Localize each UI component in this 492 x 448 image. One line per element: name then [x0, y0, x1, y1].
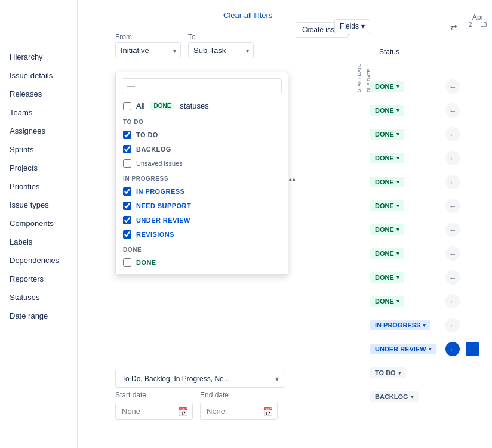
checkbox-needsupport[interactable] — [123, 202, 131, 210]
checkbox-backlog[interactable] — [123, 145, 131, 153]
arrow-cell-11: ← — [445, 337, 460, 361]
sidebar-item-projects[interactable]: Projects — [0, 159, 77, 177]
sidebar-item-dependencies[interactable]: Dependencies — [0, 251, 77, 270]
sidebar-item-issue-details[interactable]: Issue details — [0, 66, 77, 85]
sidebar-item-statuses[interactable]: Statuses — [0, 288, 77, 307]
arrow-cell-10: ← — [445, 313, 460, 337]
status-badge-12[interactable]: TO DO ▾ — [370, 367, 406, 378]
sidebar-item-hierarchy[interactable]: Hierarchy — [0, 48, 77, 66]
to-label: To — [188, 33, 254, 41]
from-label: From — [115, 33, 181, 41]
status-badge-4[interactable]: DONE ▾ — [370, 177, 404, 187]
status-row-done: DONE — [116, 255, 288, 270]
status-cell-2: DONE ▾ — [370, 122, 436, 146]
apr-dates: 213 — [469, 21, 487, 28]
arrow-button-4[interactable]: ← — [445, 175, 460, 189]
status-cell-5: DONE ▾ — [370, 194, 436, 218]
status-badge-13[interactable]: BACKLOG ▾ — [370, 391, 419, 402]
arrow-button-2[interactable]: ← — [445, 127, 460, 141]
arrow-button-9[interactable]: ← — [445, 294, 460, 308]
fields-label: Fields — [340, 22, 359, 30]
from-select[interactable]: Initiative — [115, 42, 181, 58]
status-cell-4: DONE ▾ — [370, 170, 436, 194]
label-done: DONE — [136, 259, 156, 266]
arrow-button-1[interactable]: ← — [445, 103, 460, 118]
status-badge-1[interactable]: DONE ▾ — [370, 105, 404, 116]
clear-all-filters-link[interactable]: Clear all filters — [223, 11, 272, 20]
collapse-icon[interactable]: ⇄ — [450, 23, 457, 32]
chevron-down-icon-fields: ▾ — [361, 22, 365, 30]
arrow-button-6[interactable]: ← — [445, 223, 460, 237]
badge-chevron-10: ▾ — [423, 322, 426, 328]
badge-chevron-0: ▾ — [396, 84, 399, 89]
calendar-icon-start: 📅 — [178, 407, 188, 416]
checkbox-inprogress[interactable] — [123, 187, 131, 196]
status-cell-10: IN PROGRESS ▾ — [370, 313, 436, 337]
end-date-input-wrap: 📅 — [200, 403, 278, 420]
arrow-cell-6: ← — [445, 218, 460, 242]
fields-button[interactable]: Fields ▾ — [334, 19, 370, 33]
blue-square-indicator — [466, 342, 479, 356]
sidebar-item-releases[interactable]: Releases — [0, 85, 77, 103]
all-label: All — [136, 101, 144, 110]
status-badge-7[interactable]: DONE ▾ — [370, 248, 404, 259]
status-row-inprogress: IN PROGRESS — [116, 184, 288, 199]
sidebar-item-sprints[interactable]: Sprints — [0, 140, 77, 159]
arrow-button-8[interactable]: ← — [445, 270, 460, 285]
arrow-button-11[interactable]: ← — [445, 342, 460, 356]
sidebar-item-priorities[interactable]: Priorities — [0, 177, 77, 196]
from-filter-group: From Initiative — [115, 33, 181, 58]
checkbox-done[interactable] — [123, 258, 131, 267]
arrow-button-5[interactable]: ← — [445, 199, 460, 213]
checkbox-unsaved[interactable] — [123, 159, 131, 168]
arrow-button-3[interactable]: ← — [445, 151, 460, 165]
status-badge-9[interactable]: DONE ▾ — [370, 296, 404, 307]
status-badge-6[interactable]: DONE ▾ — [370, 224, 404, 235]
status-badge-11[interactable]: UNDER REVIEW ▾ — [370, 344, 436, 354]
status-filter-button[interactable]: To Do, Backlog, In Progress, Ne... ▾ — [115, 370, 285, 388]
status-cell-3: DONE ▾ — [370, 146, 436, 170]
chevron-down-icon: ▾ — [275, 375, 279, 383]
sidebar-item-teams[interactable]: Teams — [0, 103, 77, 122]
to-select-wrapper[interactable]: Sub-Task — [188, 42, 254, 58]
to-filter-group: To Sub-Task — [188, 33, 254, 58]
arrow-button-10[interactable]: ← — [445, 318, 460, 332]
sidebar-item-date-range[interactable]: Date range — [0, 307, 77, 325]
sidebar-item-reporters[interactable]: Reporters — [0, 270, 77, 288]
status-cell-12: TO DO ▾ — [370, 361, 436, 385]
arrow-cell-2: ← — [445, 122, 460, 146]
badge-chevron-2: ▾ — [396, 131, 399, 137]
all-statuses-checkbox[interactable] — [123, 102, 131, 110]
badge-chevron-9: ▾ — [396, 298, 399, 304]
label-inprogress: IN PROGRESS — [136, 188, 184, 195]
sidebar-item-components[interactable]: Components — [0, 214, 77, 233]
status-cell-1: DONE ▾ — [370, 98, 436, 122]
sidebar-item-assignees[interactable]: Assignees — [0, 122, 77, 140]
checkbox-todo[interactable] — [123, 131, 131, 139]
badge-chevron-6: ▾ — [396, 227, 399, 233]
arrow-button-7[interactable]: ← — [445, 246, 460, 261]
status-row-revisions: REVISIONS — [116, 227, 288, 242]
status-badge-10[interactable]: IN PROGRESS ▾ — [370, 320, 430, 330]
badge-chevron-13: ▾ — [411, 394, 414, 400]
calendar-icon-end: 📅 — [263, 407, 273, 416]
sidebar-item-issue-types[interactable]: Issue types — [0, 196, 77, 214]
checkbox-underreview[interactable] — [123, 216, 131, 224]
start-date-group: Start date 📅 — [115, 391, 193, 420]
badge-chevron-8: ▾ — [396, 274, 399, 280]
dropdown-search-input[interactable] — [122, 78, 282, 94]
checkbox-revisions[interactable] — [123, 230, 131, 239]
status-filter-row: To Do, Backlog, In Progress, Ne... ▾ — [115, 370, 285, 388]
arrow-cell-13 — [445, 385, 460, 409]
from-select-wrapper[interactable]: Initiative — [115, 42, 181, 58]
status-badge-0[interactable]: DONE ▾ — [370, 81, 404, 92]
arrow-button-0[interactable]: ← — [445, 79, 460, 94]
status-badge-3[interactable]: DONE ▾ — [370, 153, 404, 163]
status-cell-11: UNDER REVIEW ▾ — [370, 337, 436, 361]
status-dropdown-panel: All DONE statuses TO DO TO DO BACKLOG Un… — [115, 72, 288, 275]
status-badge-5[interactable]: DONE ▾ — [370, 200, 404, 211]
status-badge-8[interactable]: DONE ▾ — [370, 272, 404, 283]
sidebar-item-labels[interactable]: Labels — [0, 233, 77, 251]
status-badge-2[interactable]: DONE ▾ — [370, 129, 404, 140]
to-select[interactable]: Sub-Task — [188, 42, 254, 58]
